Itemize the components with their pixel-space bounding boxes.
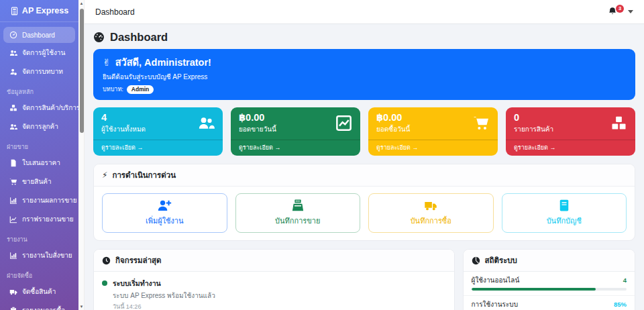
- user-badge-icon: [9, 68, 17, 76]
- sidebar-item-sales-order-report[interactable]: รายงานใบสั่งขาย: [3, 246, 75, 264]
- stat-body: ฿0.00 ยอดซื้อวันนี้: [368, 107, 498, 140]
- sidebar-item-label: ใบเสนอราคา: [22, 158, 60, 168]
- recent-activity-card: กิจกรรมล่าสุด ระบบเริ่มทำงาน ระบบ AP Exp…: [93, 249, 455, 310]
- sidebar-section-purchasing: ฝ่ายจัดซื้อ: [0, 265, 78, 282]
- chart-line-icon: [9, 215, 17, 223]
- brand-label: AP Express: [22, 6, 68, 15]
- quick-button-label: เพิ่มผู้ใช้งาน: [146, 215, 184, 227]
- speedometer-icon: [93, 32, 105, 43]
- hand-peace-icon: ✌: [103, 57, 111, 68]
- stat-details-link[interactable]: ดูรายละเอียด →: [93, 140, 223, 156]
- users-icon: [198, 115, 215, 132]
- sidebar-item-label: รายงานผลการขาย: [22, 195, 77, 205]
- stat-details-link[interactable]: ดูรายละเอียด →: [231, 140, 360, 156]
- users-icon: [9, 49, 17, 57]
- stat-row-label: การใช้งานระบบ: [472, 299, 518, 309]
- boxes-icon: [9, 104, 17, 112]
- stat-body: 0 รายการสินค้า: [506, 107, 635, 140]
- sidebar-item-label: Dashboard: [22, 32, 55, 39]
- scroll-up-arrow[interactable]: ▲: [78, 0, 85, 7]
- record-purchase-button[interactable]: บันทึกการซื้อ: [368, 193, 494, 233]
- stat-card-sales-today[interactable]: ฿0.00 ยอดขายวันนี้ ดูรายละเอียด →: [231, 107, 360, 156]
- quick-actions-header: ⚡ การดำเนินการด่วน: [94, 164, 635, 187]
- sidebar-item-quotation[interactable]: ใบเสนอราคา: [3, 154, 75, 172]
- sidebar-item-label: กราฟรายงานขาย: [22, 214, 74, 224]
- sidebar-item-label: จัดการบทบาท: [22, 66, 63, 76]
- calculator-icon: [10, 7, 19, 15]
- pie-chart-icon: [472, 256, 480, 265]
- sidebar-item-label: จัดการสินค้า/บริการ: [22, 103, 78, 113]
- activity-item-title: ระบบเริ่มทำงาน: [113, 278, 215, 289]
- user-menu[interactable]: 3: [608, 7, 633, 17]
- sidebar-section-sales: ฝ่ายขาย: [0, 136, 78, 153]
- scroll-down-arrow[interactable]: ▼: [78, 303, 85, 310]
- sidebar-item-manage-roles[interactable]: จัดการบทบาท: [3, 62, 75, 81]
- sidebar-item-sales-report[interactable]: รายงานผลการขาย: [3, 191, 75, 209]
- stat-card-purchases-today[interactable]: ฿0.00 ยอดซื้อวันนี้ ดูรายละเอียด →: [368, 107, 498, 156]
- boxes-icon: [610, 115, 627, 132]
- topbar: Dashboard 3: [85, 0, 644, 24]
- sidebar-item-label: จัดการผู้ใช้งาน: [22, 48, 65, 58]
- sidebar-scrollbar[interactable]: ▲ ▼: [78, 0, 85, 310]
- user-plus-icon: [157, 199, 172, 212]
- stats-row: 4 ผู้ใช้งานทั้งหมด ดูรายละเอียด → ฿0.00 …: [93, 107, 635, 156]
- record-sale-button[interactable]: บันทึกการขาย: [235, 193, 361, 233]
- page-content: Dashboard ✌ สวัสดี, Administrator! ยินดี…: [85, 24, 644, 310]
- stat-card-total-users[interactable]: 4 ผู้ใช้งานทั้งหมด ดูรายละเอียด →: [93, 107, 223, 156]
- sidebar-item-purchase-products[interactable]: จัดซื้อสินค้า: [3, 282, 75, 301]
- stat-details-link[interactable]: ดูรายละเอียด →: [368, 140, 498, 156]
- bell-icon[interactable]: 3: [608, 7, 619, 17]
- sidebar-item-sales-graph[interactable]: กราฟรายงานขาย: [3, 210, 75, 228]
- sidebar-item-label: จัดการลูกค้า: [22, 121, 58, 132]
- system-stats-title: สถิติระบบ: [485, 254, 517, 266]
- page-title: Dashboard: [93, 31, 635, 44]
- sidebar-item-label: รายงานการซื้อ: [22, 305, 65, 310]
- breadcrumb: Dashboard: [95, 7, 135, 17]
- banner-subtitle: ยินดีต้อนรับสู่ระบบบัญชี AP Express: [103, 72, 626, 82]
- sidebar-item-sell-products[interactable]: ขายสินค้า: [3, 172, 75, 191]
- cart-icon: [473, 115, 490, 132]
- quick-button-label: บันทึกบัญชี: [547, 215, 582, 227]
- activity-item-time: วันนี้ 14:26: [113, 302, 215, 310]
- sidebar-item-manage-users[interactable]: จัดการผู้ใช้งาน: [3, 44, 75, 62]
- stat-details-link[interactable]: ดูรายละเอียด →: [506, 140, 635, 156]
- bolt-icon: ⚡: [102, 171, 107, 179]
- stat-body: 4 ผู้ใช้งานทั้งหมด: [93, 107, 223, 140]
- quick-actions-card: ⚡ การดำเนินการด่วน เพิ่มผู้ใช้งาน บันทึก…: [93, 164, 635, 241]
- truck-icon: [9, 288, 17, 296]
- sidebar-item-purchase-report[interactable]: รายงานการซื้อ: [3, 301, 75, 310]
- record-accounting-button[interactable]: บันทึกบัญชี: [502, 193, 627, 233]
- stat-card-product-items[interactable]: 0 รายการสินค้า ดูรายละเอียด →: [506, 107, 635, 156]
- stat-row-value: 85%: [614, 301, 627, 308]
- banner-title: ✌ สวัสดี, Administrator!: [103, 54, 626, 70]
- sidebar-item-label: รายงานใบสั่งขาย: [22, 250, 72, 260]
- banner-role-row: บทบาท: Admin: [103, 85, 626, 94]
- quick-button-label: บันทึกการซื้อ: [411, 215, 451, 227]
- role-label: บทบาท:: [103, 85, 123, 94]
- sidebar-nav: Dashboard จัดการผู้ใช้งาน จัดการบทบาท ข้…: [0, 22, 78, 310]
- caret-down-icon: [628, 10, 633, 13]
- page-title-label: Dashboard: [110, 31, 168, 44]
- journal-icon: [557, 199, 572, 212]
- activity-text: ระบบเริ่มทำงาน ระบบ AP Express พร้อมใช้ง…: [113, 278, 215, 310]
- quick-button-label: บันทึกการขาย: [275, 215, 320, 227]
- progress-fill: [472, 288, 596, 291]
- sidebar-section-master-data: ข้อมูลหลัก: [0, 81, 78, 98]
- stat-row-value: 4: [623, 276, 627, 284]
- sidebar-item-products-services[interactable]: จัดการสินค้า/บริการ: [3, 99, 75, 117]
- cash-register-icon: [290, 199, 305, 212]
- role-badge: Admin: [127, 85, 154, 94]
- activity-item: ระบบเริ่มทำงาน ระบบ AP Express พร้อมใช้ง…: [94, 272, 454, 310]
- sidebar-item-dashboard[interactable]: Dashboard: [3, 27, 75, 43]
- clock-icon: [102, 256, 111, 265]
- users-icon: [9, 123, 17, 131]
- system-stats-header: สถิติระบบ: [464, 250, 635, 272]
- add-user-button[interactable]: เพิ่มผู้ใช้งาน: [102, 193, 227, 233]
- speedometer-icon: [9, 31, 17, 39]
- scrollbar-thumb[interactable]: [80, 9, 84, 133]
- app-window: AP Express Dashboard จัดการผู้ใช้งาน จัด…: [0, 0, 644, 310]
- sidebar-item-customers[interactable]: จัดการลูกค้า: [3, 117, 75, 136]
- activity-item-description: ระบบ AP Express พร้อมใช้งานแล้ว: [113, 291, 215, 301]
- sidebar: AP Express Dashboard จัดการผู้ใช้งาน จัด…: [0, 0, 78, 310]
- sidebar-item-label: ขายสินค้า: [22, 176, 52, 187]
